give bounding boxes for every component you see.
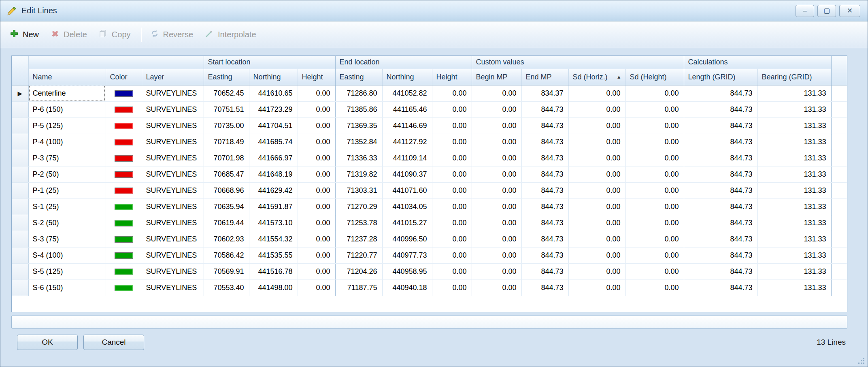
line-row-s-2-50[interactable]: S-2 (50)SURVEYLINES70619.44441573.100.00… xyxy=(12,215,847,231)
cell-end-northing[interactable]: 441109.14 xyxy=(382,150,432,166)
cell-end-easting[interactable]: 71187.75 xyxy=(335,280,382,296)
cell-color[interactable] xyxy=(106,247,142,263)
cell-end-easting[interactable]: 71204.26 xyxy=(335,263,382,280)
cell-end-northing[interactable]: 441015.27 xyxy=(382,215,432,231)
cell-end-mp[interactable]: 844.73 xyxy=(521,280,568,296)
cell-end-height[interactable]: 0.00 xyxy=(432,150,472,166)
cell-start-northing[interactable]: 441591.87 xyxy=(249,198,298,215)
cell-layer[interactable]: SURVEYLINES xyxy=(142,150,204,166)
cell-end-height[interactable]: 0.00 xyxy=(432,85,472,101)
cell-sd-horiz[interactable]: 0.00 xyxy=(568,150,625,166)
cell-name[interactable]: S-6 (150) xyxy=(28,280,106,296)
line-row-centerline[interactable]: ▶CenterlineSURVEYLINES70652.45441610.650… xyxy=(12,85,847,101)
cell-color[interactable] xyxy=(106,101,142,117)
cell-end-mp[interactable]: 844.73 xyxy=(521,117,568,134)
cell-end-easting[interactable]: 71220.77 xyxy=(335,247,382,263)
cell-layer[interactable]: SURVEYLINES xyxy=(142,198,204,215)
cell-end-mp[interactable]: 834.37 xyxy=(521,85,568,101)
maximize-button[interactable]: ▢ xyxy=(817,5,836,17)
cell-start-height[interactable]: 0.00 xyxy=(298,166,335,182)
cell-sd-horiz[interactable]: 0.00 xyxy=(568,263,625,280)
cell-begin-mp[interactable]: 0.00 xyxy=(472,101,521,117)
cell-end-height[interactable]: 0.00 xyxy=(432,247,472,263)
cell-sd-height[interactable]: 0.00 xyxy=(625,198,684,215)
cell-color[interactable] xyxy=(106,198,142,215)
cell-layer[interactable]: SURVEYLINES xyxy=(142,182,204,198)
cell-start-height[interactable]: 0.00 xyxy=(298,85,335,101)
cell-sd-horiz[interactable]: 0.00 xyxy=(568,166,625,182)
cell-end-height[interactable]: 0.00 xyxy=(432,166,472,182)
cell-bearing-grid[interactable]: 131.33 xyxy=(757,134,831,150)
cell-start-height[interactable]: 0.00 xyxy=(298,101,335,117)
column-header-layer[interactable]: Layer xyxy=(142,69,204,85)
cell-name[interactable]: P-3 (75) xyxy=(28,150,106,166)
cell-end-easting[interactable]: 71253.78 xyxy=(335,215,382,231)
cell-name[interactable]: Centerline xyxy=(28,85,106,101)
cell-sd-height[interactable]: 0.00 xyxy=(625,101,684,117)
cell-end-northing[interactable]: 440996.50 xyxy=(382,231,432,247)
cell-sd-height[interactable]: 0.00 xyxy=(625,85,684,101)
cell-begin-mp[interactable]: 0.00 xyxy=(472,134,521,150)
cell-bearing-grid[interactable]: 131.33 xyxy=(757,247,831,263)
cell-start-height[interactable]: 0.00 xyxy=(298,150,335,166)
cell-start-northing[interactable]: 441535.55 xyxy=(249,247,298,263)
copy-button[interactable]: Copy xyxy=(94,26,137,44)
cell-end-easting[interactable]: 71237.28 xyxy=(335,231,382,247)
cell-end-easting[interactable]: 71303.31 xyxy=(335,182,382,198)
cell-sd-horiz[interactable]: 0.00 xyxy=(568,215,625,231)
column-header-start-easting[interactable]: Easting xyxy=(204,69,249,85)
cell-begin-mp[interactable]: 0.00 xyxy=(472,85,521,101)
cell-name[interactable]: P-4 (100) xyxy=(28,134,106,150)
cell-end-height[interactable]: 0.00 xyxy=(432,198,472,215)
cell-end-easting[interactable]: 71369.35 xyxy=(335,117,382,134)
cell-color[interactable] xyxy=(106,231,142,247)
cell-sd-horiz[interactable]: 0.00 xyxy=(568,182,625,198)
cell-start-easting[interactable]: 70635.94 xyxy=(204,198,249,215)
cell-start-northing[interactable]: 441648.19 xyxy=(249,166,298,182)
cell-start-northing[interactable]: 441704.51 xyxy=(249,117,298,134)
cell-name[interactable]: S-1 (25) xyxy=(28,198,106,215)
group-header-calculations[interactable]: Calculations xyxy=(684,56,831,69)
line-row-s-5-125[interactable]: S-5 (125)SURVEYLINES70569.91441516.780.0… xyxy=(12,263,847,280)
cell-sd-horiz[interactable]: 0.00 xyxy=(568,231,625,247)
cell-end-height[interactable]: 0.00 xyxy=(432,182,472,198)
cell-end-northing[interactable]: 440940.18 xyxy=(382,280,432,296)
ok-button[interactable]: OK xyxy=(17,335,78,350)
cell-end-height[interactable]: 0.00 xyxy=(432,101,472,117)
cell-end-mp[interactable]: 844.73 xyxy=(521,263,568,280)
cell-end-easting[interactable]: 71319.82 xyxy=(335,166,382,182)
delete-button[interactable]: Delete xyxy=(46,26,94,44)
cell-length-grid[interactable]: 844.73 xyxy=(684,215,757,231)
group-header-custom-values[interactable]: Custom values xyxy=(472,56,684,69)
group-header-start-location[interactable]: Start location xyxy=(204,56,335,69)
column-header-begin-mp[interactable]: Begin MP xyxy=(472,69,521,85)
cell-start-easting[interactable]: 70751.51 xyxy=(204,101,249,117)
cell-end-mp[interactable]: 844.73 xyxy=(521,134,568,150)
cell-name[interactable]: S-4 (100) xyxy=(28,247,106,263)
cell-end-northing[interactable]: 441090.37 xyxy=(382,166,432,182)
cell-sd-height[interactable]: 0.00 xyxy=(625,134,684,150)
reverse-button[interactable]: Reverse xyxy=(146,26,200,44)
cell-bearing-grid[interactable]: 131.33 xyxy=(757,150,831,166)
cell-bearing-grid[interactable]: 131.33 xyxy=(757,263,831,280)
cell-bearing-grid[interactable]: 131.33 xyxy=(757,280,831,296)
cell-begin-mp[interactable]: 0.00 xyxy=(472,215,521,231)
column-header-end-height[interactable]: Height xyxy=(432,69,472,85)
cell-start-height[interactable]: 0.00 xyxy=(298,231,335,247)
cell-color[interactable] xyxy=(106,263,142,280)
cell-bearing-grid[interactable]: 131.33 xyxy=(757,198,831,215)
cell-end-northing[interactable]: 441165.46 xyxy=(382,101,432,117)
cell-start-northing[interactable]: 441685.74 xyxy=(249,134,298,150)
cell-length-grid[interactable]: 844.73 xyxy=(684,166,757,182)
line-row-p-1-25[interactable]: P-1 (25)SURVEYLINES70668.96441629.420.00… xyxy=(12,182,847,198)
cell-begin-mp[interactable]: 0.00 xyxy=(472,231,521,247)
column-header-start-height[interactable]: Height xyxy=(298,69,335,85)
cell-begin-mp[interactable]: 0.00 xyxy=(472,247,521,263)
cell-sd-horiz[interactable]: 0.00 xyxy=(568,198,625,215)
cell-name[interactable]: P-5 (125) xyxy=(28,117,106,134)
cell-sd-horiz[interactable]: 0.00 xyxy=(568,85,625,101)
cell-end-height[interactable]: 0.00 xyxy=(432,215,472,231)
cell-layer[interactable]: SURVEYLINES xyxy=(142,134,204,150)
cell-end-northing[interactable]: 441034.05 xyxy=(382,198,432,215)
cell-end-easting[interactable]: 71336.33 xyxy=(335,150,382,166)
